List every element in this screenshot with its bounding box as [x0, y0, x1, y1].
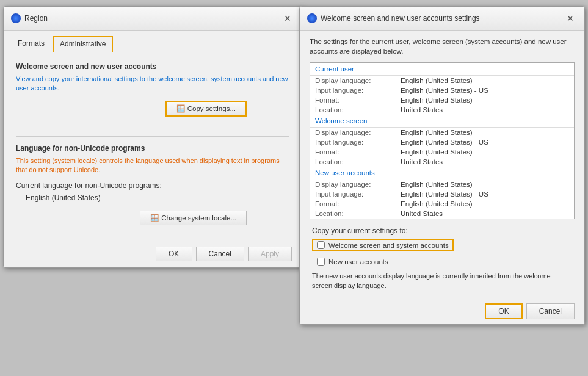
current-input-lang-label: Input language:: [315, 87, 401, 94]
welcome-screen-header: Welcome screen: [310, 115, 574, 128]
newuser-location: Location: United States: [310, 209, 574, 219]
region-close-button[interactable]: ✕: [281, 12, 294, 25]
inherited-note: The new user accounts display language i…: [312, 272, 572, 291]
welcome-screen-checkbox[interactable]: [317, 241, 325, 249]
welcome-screen-checkbox-label: Welcome screen and system accounts: [328, 242, 449, 249]
current-format-value: English (United States): [401, 96, 473, 104]
change-locale-label: Change system locale...: [161, 214, 236, 222]
welcome-dialog: Welcome screen and new user accounts set…: [299, 6, 585, 325]
current-display-lang-label: Display language:: [315, 77, 401, 84]
welcome-section-title: Welcome screen and new user accounts: [16, 62, 289, 71]
current-lang-value: English (United States): [26, 193, 289, 202]
settings-panel: Current user Display language: English (…: [310, 62, 575, 219]
region-dialog-title: Region: [24, 14, 48, 23]
copy-to-label: Copy your current settings to:: [312, 226, 572, 235]
current-location-value: United States: [401, 106, 443, 114]
newuser-display-lang: Display language: English (United States…: [310, 179, 574, 189]
region-cancel-button[interactable]: Cancel: [196, 247, 244, 261]
welcome-globe-icon: [307, 13, 317, 23]
new-user-checkbox-row: New user accounts: [314, 256, 572, 267]
region-ok-button[interactable]: OK: [156, 247, 192, 261]
welcome-section-desc: View and copy your international setting…: [16, 74, 289, 93]
current-format-label: Format:: [315, 96, 401, 104]
section-divider-1: [16, 136, 289, 137]
region-dialog-footer: OK Cancel Apply: [4, 240, 302, 267]
welcome-ok-button[interactable]: OK: [485, 303, 522, 319]
region-dialog-body: Welcome screen and new user accounts Vie…: [4, 52, 302, 240]
welcome-close-button[interactable]: ✕: [564, 12, 577, 25]
current-input-lang-value: English (United States) - US: [401, 87, 488, 94]
new-user-checkbox[interactable]: [317, 258, 325, 266]
welcome-dialog-desc: The settings for the current user, welco…: [310, 37, 575, 56]
globe-icon: [11, 13, 21, 23]
welcome-section: Welcome screen and new user accounts Vie…: [16, 62, 289, 126]
current-display-lang-value: English (United States): [401, 77, 473, 84]
unicode-section: Language for non-Unicode programs This s…: [16, 144, 289, 225]
newuser-format: Format: English (United States): [310, 199, 574, 209]
welcome-titlebar: Welcome screen and new user accounts set…: [300, 7, 584, 31]
region-apply-button[interactable]: Apply: [248, 247, 292, 261]
welcome-screen-checkbox-row: Welcome screen and system accounts: [312, 239, 454, 251]
current-user-display-lang: Display language: English (United States…: [310, 76, 574, 85]
copy-settings-label: Copy settings...: [187, 105, 236, 112]
tab-administrative[interactable]: Administrative: [53, 36, 113, 52]
current-lang-label: Current language for non-Unicode program…: [16, 181, 289, 190]
newuser-input-lang: Input language: English (United States) …: [310, 189, 574, 199]
current-user-input-lang: Input language: English (United States) …: [310, 85, 574, 95]
windows-icon: 🪟: [176, 104, 185, 113]
welcome-dialog-footer: OK Cancel: [300, 298, 584, 324]
unicode-section-title: Language for non-Unicode programs: [16, 144, 289, 153]
region-titlebar: Region ✕: [4, 7, 302, 31]
current-location-label: Location:: [315, 106, 401, 114]
welcome-dialog-body: The settings for the current user, welco…: [300, 31, 584, 298]
unicode-section-desc: This setting (system locale) controls th…: [16, 156, 289, 175]
region-dialog: Region ✕ Formats Administrative Welcome …: [3, 6, 302, 268]
windows-icon-2: 🪟: [150, 214, 159, 222]
welcome-format: Format: English (United States): [310, 147, 574, 157]
current-user-format: Format: English (United States): [310, 95, 574, 105]
region-tabs: Formats Administrative: [4, 31, 302, 52]
copy-settings-button[interactable]: 🪟 Copy settings...: [165, 101, 247, 117]
welcome-display-lang: Display language: English (United States…: [310, 128, 574, 137]
welcome-location: Location: United States: [310, 157, 574, 167]
copy-to-section: Copy your current settings to: Welcome s…: [310, 226, 575, 291]
welcome-cancel-button[interactable]: Cancel: [526, 303, 575, 319]
welcome-input-lang: Input language: English (United States) …: [310, 137, 574, 147]
new-user-header: New user accounts: [310, 167, 574, 179]
change-locale-button[interactable]: 🪟 Change system locale...: [140, 211, 247, 225]
new-user-checkbox-label: New user accounts: [328, 258, 388, 266]
welcome-dialog-title: Welcome screen and new user accounts set…: [321, 14, 480, 23]
current-user-header: Current user: [310, 63, 574, 76]
tab-formats[interactable]: Formats: [11, 36, 51, 52]
current-user-location: Location: United States: [310, 105, 574, 115]
